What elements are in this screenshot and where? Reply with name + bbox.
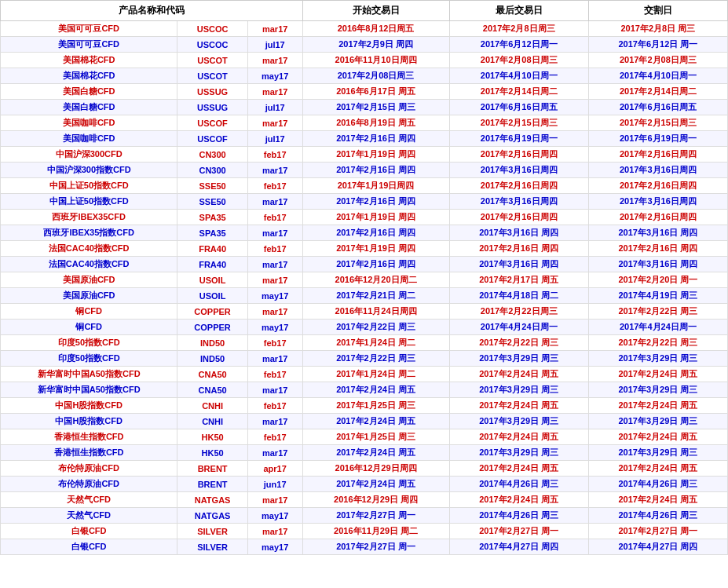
last-date: 2017年4月10日周一 — [449, 68, 588, 84]
last-date: 2017年2月17日 周五 — [449, 272, 588, 288]
delivery-date: 2017年2月08日周三 — [588, 53, 727, 68]
product-code: NATGAS — [177, 508, 247, 524]
start-date: 2017年2月16日 周四 — [302, 257, 449, 272]
product-code: BRENT — [177, 477, 247, 492]
product-code: SSE50 — [177, 194, 247, 210]
last-date: 2017年4月27日 周四 — [449, 539, 588, 555]
delivery-date: 2017年2月24日 周五 — [588, 461, 727, 477]
start-date: 2016年11月29日 周二 — [302, 524, 449, 539]
product-code: CNA50 — [177, 382, 247, 398]
product-code: USCOC — [177, 21, 247, 37]
start-date: 2017年2月27日 周一 — [302, 508, 449, 524]
header-last-date: 最后交易日 — [449, 1, 588, 21]
start-date: 2017年2月16日 周四 — [302, 163, 449, 178]
start-date: 2017年2月16日 周四 — [302, 225, 449, 241]
delivery-date: 2017年3月16日 周四 — [588, 257, 727, 272]
product-month: may17 — [247, 288, 302, 304]
delivery-date: 2017年4月24日周一 — [588, 320, 727, 335]
product-month: may17 — [247, 320, 302, 335]
last-date: 2017年4月26日 周三 — [449, 508, 588, 524]
last-date: 2017年4月18日 周二 — [449, 288, 588, 304]
product-name: 西班牙IBEX35指数CFD — [1, 225, 177, 241]
product-month: feb17 — [247, 210, 302, 225]
product-name: 法国CAC40指数CFD — [1, 241, 177, 257]
main-table: 产品名称和代码 开始交易日 最后交易日 交割日 美国可可豆CFD USCOC m… — [0, 0, 728, 555]
product-month: feb17 — [247, 335, 302, 351]
delivery-date: 2017年2月16日周四 — [588, 147, 727, 163]
start-date: 2017年2月08日周三 — [302, 68, 449, 84]
delivery-date: 2017年3月16日 周四 — [588, 225, 727, 241]
delivery-date: 2017年2月27日 周一 — [588, 524, 727, 539]
product-code: USSUG — [177, 84, 247, 100]
start-date: 2017年2月27日 周一 — [302, 539, 449, 555]
start-date: 2017年2月24日 周五 — [302, 414, 449, 429]
product-code: IND50 — [177, 335, 247, 351]
last-date: 2017年2月08日周三 — [449, 53, 588, 68]
last-date: 2017年3月16日周四 — [449, 163, 588, 178]
product-name: 美国咖啡CFD — [1, 131, 177, 147]
product-name: 香港恒生指数CFD — [1, 429, 177, 445]
product-code: SPA35 — [177, 225, 247, 241]
product-code: USOIL — [177, 272, 247, 288]
last-date: 2017年2月22日 周三 — [449, 335, 588, 351]
delivery-date: 2017年2月15日周三 — [588, 115, 727, 131]
delivery-date: 2017年2月16日 周四 — [588, 241, 727, 257]
product-name: 新华富时中国A50指数CFD — [1, 367, 177, 382]
product-month: mar17 — [247, 257, 302, 272]
product-month: jul17 — [247, 131, 302, 147]
delivery-date: 2017年3月16日周四 — [588, 194, 727, 210]
product-month: feb17 — [247, 178, 302, 194]
last-date: 2017年6月12日周一 — [449, 37, 588, 53]
product-month: apr17 — [247, 461, 302, 477]
product-month: feb17 — [247, 398, 302, 414]
product-name: 香港恒生指数CFD — [1, 445, 177, 461]
product-code: FRA40 — [177, 241, 247, 257]
start-date: 2017年2月24日 周五 — [302, 445, 449, 461]
delivery-date: 2017年6月19日周一 — [588, 131, 727, 147]
product-name: 天然气CFD — [1, 508, 177, 524]
product-month: mar17 — [247, 351, 302, 367]
last-date: 2017年3月29日 周三 — [449, 445, 588, 461]
delivery-date: 2017年2月24日 周五 — [588, 398, 727, 414]
product-month: mar17 — [247, 382, 302, 398]
last-date: 2017年3月29日 周三 — [449, 351, 588, 367]
product-code: USCOF — [177, 131, 247, 147]
product-name: 美国棉花CFD — [1, 53, 177, 68]
start-date: 2017年1月19日 周四 — [302, 210, 449, 225]
last-date: 2017年2月16日周四 — [449, 210, 588, 225]
last-date: 2017年3月16日 周四 — [449, 257, 588, 272]
product-code: CN300 — [177, 163, 247, 178]
start-date: 2016年12月29日周四 — [302, 461, 449, 477]
product-month: mar17 — [247, 163, 302, 178]
last-date: 2017年2月24日 周五 — [449, 398, 588, 414]
product-name: 西班牙IBEX35CFD — [1, 210, 177, 225]
header-product: 产品名称和代码 — [1, 1, 303, 21]
delivery-date: 2017年3月16日周四 — [588, 163, 727, 178]
start-date: 2016年8月19日 周五 — [302, 115, 449, 131]
delivery-date: 2017年4月10日周一 — [588, 68, 727, 84]
delivery-date: 2017年6月16日周五 — [588, 100, 727, 115]
delivery-date: 2017年2月22日 周三 — [588, 304, 727, 320]
product-name: 白银CFD — [1, 539, 177, 555]
product-name: 美国可可豆CFD — [1, 21, 177, 37]
delivery-date: 2017年3月29日 周三 — [588, 351, 727, 367]
product-code: FRA40 — [177, 257, 247, 272]
delivery-date: 2017年4月26日 周三 — [588, 477, 727, 492]
header-start-date: 开始交易日 — [302, 1, 449, 21]
last-date: 2017年2月16日周四 — [449, 147, 588, 163]
product-month: mar17 — [247, 272, 302, 288]
start-date: 2017年1月19日 周四 — [302, 147, 449, 163]
product-month: mar17 — [247, 194, 302, 210]
product-code: USSUG — [177, 100, 247, 115]
last-date: 2017年2月14日周二 — [449, 84, 588, 100]
product-code: COPPER — [177, 320, 247, 335]
product-code: USCOF — [177, 115, 247, 131]
last-date: 2017年2月24日 周五 — [449, 492, 588, 508]
delivery-date: 2017年2月8日 周三 — [588, 21, 727, 37]
last-date: 2017年6月16日周五 — [449, 100, 588, 115]
last-date: 2017年3月16日周四 — [449, 194, 588, 210]
start-date: 2017年2月24日 周五 — [302, 382, 449, 398]
last-date: 2017年2月24日 周五 — [449, 367, 588, 382]
product-code: HK50 — [177, 429, 247, 445]
product-name: 美国原油CFD — [1, 272, 177, 288]
